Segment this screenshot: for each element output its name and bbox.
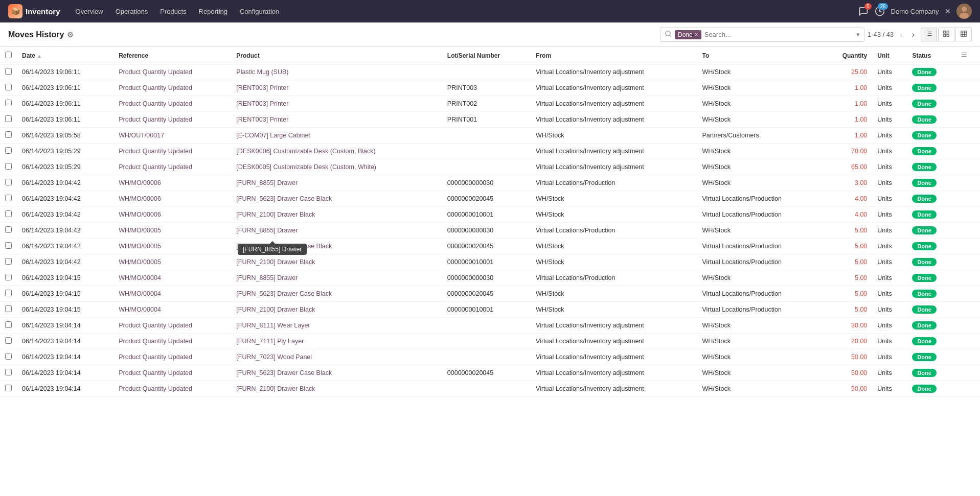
prev-page-btn[interactable]: ‹ — [897, 29, 905, 40]
row-reference[interactable]: WH/MO/00005 — [113, 223, 231, 239]
row-checkbox[interactable] — [5, 115, 12, 122]
row-checkbox-cell[interactable] — [0, 286, 17, 302]
row-checkbox[interactable] — [5, 353, 12, 360]
row-product[interactable]: Plastic Mug (SUB) — [231, 64, 442, 80]
row-checkbox[interactable] — [5, 385, 12, 391]
row-product[interactable]: [FURN_2100] Drawer Black — [231, 381, 442, 397]
row-reference[interactable]: Product Quantity Updated — [113, 334, 231, 349]
reference-col-header[interactable]: Reference — [113, 47, 231, 64]
row-checkbox-cell[interactable] — [0, 191, 17, 207]
row-checkbox[interactable] — [5, 100, 12, 106]
row-reference[interactable]: WH/MO/00006 — [113, 207, 231, 223]
unit-col-header[interactable]: Unit — [872, 47, 907, 64]
row-checkbox[interactable] — [5, 195, 12, 201]
row-checkbox-cell[interactable] — [0, 254, 17, 270]
row-reference[interactable]: WH/MO/00004 — [113, 302, 231, 318]
row-reference[interactable]: Product Quantity Updated — [113, 64, 231, 80]
row-reference[interactable]: Product Quantity Updated — [113, 381, 231, 397]
row-product[interactable]: [FURN_5623] Drawer Case Black — [231, 286, 442, 302]
from-col-header[interactable]: From — [531, 47, 697, 64]
row-reference[interactable]: WH/MO/00006 — [113, 175, 231, 191]
row-reference[interactable]: WH/OUT/00017 — [113, 128, 231, 144]
row-product[interactable]: [FURN_8111] Wear Layer — [231, 318, 442, 334]
settings-col-header[interactable] — [955, 47, 980, 64]
row-product[interactable]: [RENT003] Printer — [231, 112, 442, 128]
row-product[interactable]: [RENT003] Printer — [231, 96, 442, 112]
nav-products[interactable]: Products — [155, 5, 191, 18]
row-checkbox[interactable] — [5, 337, 12, 344]
row-checkbox-cell[interactable] — [0, 302, 17, 318]
list-view-btn[interactable] — [921, 28, 937, 41]
row-reference[interactable]: WH/MO/00006 — [113, 191, 231, 207]
filter-tag-remove[interactable]: × — [695, 31, 698, 38]
row-product[interactable]: [FURN_2100] Drawer Black — [231, 302, 442, 318]
row-checkbox[interactable] — [5, 131, 12, 138]
settings-gear-icon[interactable]: ⚙ — [67, 31, 74, 39]
row-checkbox[interactable] — [5, 226, 12, 233]
row-checkbox[interactable] — [5, 163, 12, 170]
row-checkbox-cell[interactable] — [0, 112, 17, 128]
row-checkbox[interactable] — [5, 274, 12, 280]
product-col-header[interactable]: Product — [231, 47, 442, 64]
row-reference[interactable]: Product Quantity Updated — [113, 112, 231, 128]
select-all-checkbox[interactable] — [5, 52, 12, 58]
row-checkbox-cell[interactable] — [0, 128, 17, 144]
row-reference[interactable]: Product Quantity Updated — [113, 365, 231, 381]
search-input[interactable] — [704, 31, 853, 38]
row-reference[interactable]: Product Quantity Updated — [113, 80, 231, 96]
row-checkbox-cell[interactable] — [0, 365, 17, 381]
row-checkbox[interactable] — [5, 290, 12, 296]
row-checkbox[interactable] — [5, 321, 12, 328]
row-checkbox[interactable] — [5, 147, 12, 154]
app-logo[interactable]: 📦 Inventory — [8, 4, 60, 18]
row-reference[interactable]: Product Quantity Updated — [113, 318, 231, 334]
row-product[interactable]: [FURN_5623] Drawer Case Black — [231, 191, 442, 207]
row-reference[interactable]: WH/MO/00005 — [113, 254, 231, 270]
user-avatar[interactable] — [956, 4, 972, 19]
kanban-view-btn[interactable] — [938, 28, 954, 41]
row-product[interactable]: [FURN_5623] Drawer Case Black — [231, 365, 442, 381]
row-reference[interactable]: Product Quantity Updated — [113, 144, 231, 159]
row-reference[interactable]: WH/MO/00004 — [113, 286, 231, 302]
row-checkbox-cell[interactable] — [0, 223, 17, 239]
row-product[interactable]: [FURN_7111] Ply Layer — [231, 334, 442, 349]
search-dropdown-icon[interactable]: ▾ — [856, 31, 860, 38]
row-checkbox[interactable] — [5, 68, 12, 75]
row-checkbox[interactable] — [5, 210, 12, 217]
row-product[interactable]: [DESK0005] Customizable Desk (Custom, Wh… — [231, 159, 442, 175]
row-checkbox-cell[interactable] — [0, 318, 17, 334]
row-checkbox-cell[interactable] — [0, 175, 17, 191]
pivot-view-btn[interactable] — [955, 28, 972, 41]
row-checkbox-cell[interactable] — [0, 80, 17, 96]
row-checkbox[interactable] — [5, 258, 12, 265]
row-checkbox-cell[interactable] — [0, 64, 17, 80]
row-reference[interactable]: Product Quantity Updated — [113, 159, 231, 175]
nav-overview[interactable]: Overview — [71, 5, 108, 18]
row-product[interactable]: [FURN_2100] Drawer Black — [231, 254, 442, 270]
nav-operations[interactable]: Operations — [110, 5, 153, 18]
nav-configuration[interactable]: Configuration — [235, 5, 284, 18]
lot-col-header[interactable]: Lot/Serial Number — [442, 47, 531, 64]
quantity-col-header[interactable]: Quantity — [823, 47, 872, 64]
row-checkbox-cell[interactable] — [0, 349, 17, 365]
row-checkbox-cell[interactable] — [0, 207, 17, 223]
row-reference[interactable]: WH/MO/00004 — [113, 270, 231, 286]
row-product[interactable]: [FURN_8855] Drawer — [231, 175, 442, 191]
row-checkbox[interactable] — [5, 242, 12, 249]
status-col-header[interactable]: Status — [907, 47, 955, 64]
date-col-header[interactable]: Date▲ — [17, 47, 113, 64]
row-checkbox[interactable] — [5, 84, 12, 90]
row-product[interactable]: [RENT003] Printer — [231, 80, 442, 96]
row-checkbox-cell[interactable] — [0, 334, 17, 349]
next-page-btn[interactable]: › — [909, 29, 918, 40]
row-checkbox[interactable] — [5, 305, 12, 312]
row-checkbox-cell[interactable] — [0, 144, 17, 159]
row-reference[interactable]: Product Quantity Updated — [113, 349, 231, 365]
row-product[interactable]: [DESK0006] Customizable Desk (Custom, Bl… — [231, 144, 442, 159]
row-product[interactable]: [FURN_8855] Drawer — [231, 270, 442, 286]
row-product[interactable]: [E-COM07] Large Cabinet — [231, 128, 442, 144]
row-product[interactable]: [FURN_7023] Wood Panel — [231, 349, 442, 365]
row-checkbox-cell[interactable] — [0, 239, 17, 254]
row-checkbox-cell[interactable] — [0, 270, 17, 286]
row-checkbox[interactable] — [5, 369, 12, 375]
